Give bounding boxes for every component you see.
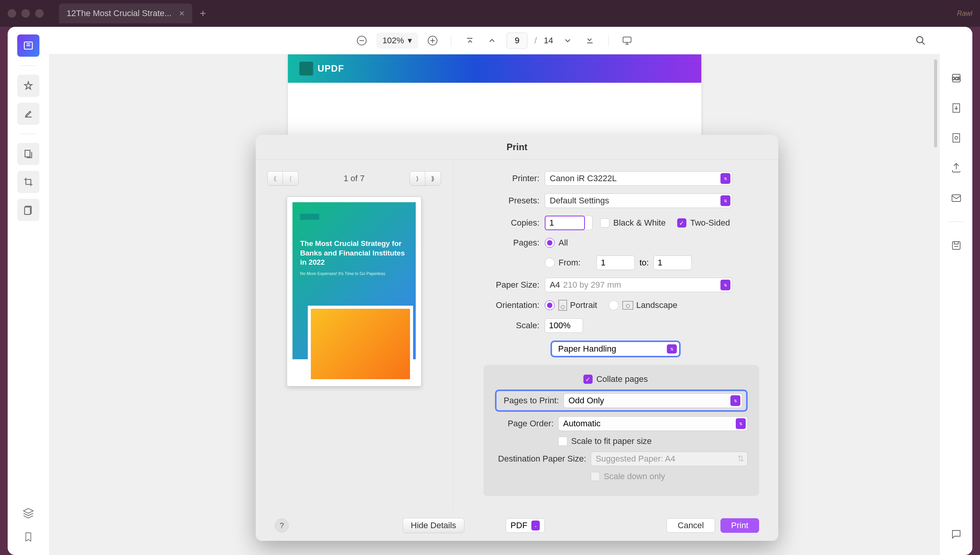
- preview-page: The Most Crucial Strategy for Banks and …: [287, 196, 421, 386]
- scale-label: Scale:: [472, 321, 545, 331]
- papersize-label: Paper Size:: [472, 280, 545, 290]
- preview-subtitle: No More Expenses! It's Time to Go Paperl…: [300, 271, 408, 276]
- highlighter-icon[interactable]: [17, 75, 39, 97]
- close-window[interactable]: [8, 9, 16, 18]
- left-sidebar: [8, 27, 49, 555]
- landscape-icon: [622, 301, 633, 309]
- to-input[interactable]: [653, 255, 692, 270]
- organize-pages-icon[interactable]: [17, 143, 39, 165]
- pages-from-radio[interactable]: [545, 258, 555, 268]
- from-input[interactable]: [596, 255, 635, 270]
- prev-page-icon[interactable]: [484, 33, 500, 48]
- landscape-radio[interactable]: [609, 300, 619, 310]
- pages-to-print-label: Pages to Print:: [500, 396, 564, 406]
- close-tab-icon[interactable]: ×: [179, 8, 185, 19]
- copies-stepper[interactable]: [585, 216, 593, 230]
- page-tool-icon[interactable]: [17, 199, 39, 221]
- preview-back-buttons: ⟪ ⟨: [267, 171, 299, 186]
- ocr-icon[interactable]: OCR: [947, 69, 965, 87]
- search-icon[interactable]: [913, 33, 928, 48]
- all-label: All: [559, 238, 568, 248]
- save-icon[interactable]: [947, 236, 965, 255]
- preview-title: The Most Crucial Strategy for Banks and …: [300, 239, 408, 267]
- doc-header: UPDF: [288, 54, 701, 83]
- email-icon[interactable]: [947, 188, 965, 207]
- share-icon[interactable]: [947, 159, 965, 177]
- protect-icon[interactable]: [947, 129, 965, 147]
- printer-select[interactable]: Canon iR C3222L ⇅: [545, 171, 732, 186]
- maximize-window[interactable]: [35, 9, 44, 18]
- pdf-dropdown[interactable]: PDF ⌄: [506, 518, 545, 533]
- presets-label: Presets:: [472, 196, 545, 206]
- collate-label: Collate pages: [596, 374, 648, 384]
- pages-all-radio[interactable]: [545, 238, 555, 248]
- scale-input[interactable]: [545, 318, 583, 333]
- page-order-label: Page Order:: [495, 419, 558, 429]
- right-sidebar: OCR: [940, 27, 972, 555]
- scale-fit-checkbox[interactable]: [558, 437, 567, 446]
- svg-rect-6: [623, 37, 631, 42]
- next-page-icon[interactable]: [560, 33, 575, 48]
- doc-brand: UPDF: [318, 63, 344, 74]
- preview-first-icon[interactable]: ⟪: [268, 172, 283, 185]
- last-page-icon[interactable]: [582, 33, 598, 48]
- portrait-radio[interactable]: [545, 300, 555, 310]
- preview-prev-icon[interactable]: ⟨: [283, 172, 298, 185]
- add-tab-icon[interactable]: +: [200, 7, 206, 20]
- tab-title: 12The Most Crucial Strate...: [67, 8, 172, 18]
- help-button[interactable]: ?: [275, 519, 289, 532]
- bw-checkbox[interactable]: [600, 218, 609, 228]
- page-number-input[interactable]: [506, 33, 528, 49]
- vertical-scrollbar[interactable]: [934, 59, 937, 147]
- hide-details-button[interactable]: Hide Details: [403, 518, 464, 533]
- print-settings-panel: Printer: Canon iR C3222L ⇅ Presets: Defa…: [453, 160, 778, 510]
- zoom-out-icon[interactable]: [354, 33, 369, 48]
- separator: [451, 35, 451, 46]
- zoom-dropdown[interactable]: 102% ▾: [376, 33, 418, 49]
- brand-label: Rawl: [957, 10, 972, 18]
- first-page-icon[interactable]: [462, 33, 477, 48]
- svg-point-7: [917, 36, 923, 43]
- to-label: to:: [639, 258, 648, 268]
- preview-last-icon[interactable]: ⟫: [425, 172, 441, 185]
- preview-next-icon[interactable]: ⟩: [410, 172, 425, 185]
- traffic-lights: [8, 9, 44, 18]
- svg-rect-13: [952, 195, 960, 202]
- presets-select[interactable]: Default Settings ⇅: [545, 193, 732, 208]
- papersize-select[interactable]: A4 210 by 297 mm ⇅: [545, 278, 732, 292]
- window-chrome: 12The Most Crucial Strate... × + Rawl: [0, 0, 980, 27]
- page-order-select[interactable]: Automatic ⇅: [558, 416, 748, 431]
- reader-mode-icon[interactable]: [17, 34, 39, 57]
- chevron-down-icon: ▾: [408, 36, 412, 46]
- print-button[interactable]: Print: [720, 518, 759, 533]
- bookmark-icon[interactable]: [23, 532, 33, 544]
- copies-label: Copies:: [472, 218, 545, 228]
- comment-icon[interactable]: [947, 525, 965, 544]
- select-arrows-icon: ⇅: [667, 344, 677, 354]
- cancel-button[interactable]: Cancel: [666, 518, 715, 533]
- select-arrows-icon: ⇅: [737, 454, 744, 464]
- collate-checkbox[interactable]: ✓: [583, 375, 593, 384]
- from-label: From:: [559, 258, 580, 268]
- preview-logo-icon: [300, 214, 319, 220]
- svg-text:OCR: OCR: [952, 77, 960, 81]
- preview-photo: [308, 306, 413, 382]
- zoom-in-icon[interactable]: [425, 33, 440, 48]
- portrait-label: Portrait: [570, 300, 597, 310]
- presentation-icon[interactable]: [619, 33, 635, 48]
- print-dialog: Print ⟪ ⟨ 1 of 7 ⟩ ⟫ Th: [256, 135, 778, 541]
- layers-icon[interactable]: [23, 508, 34, 521]
- select-arrows-icon: ⇅: [720, 173, 730, 184]
- document-tab[interactable]: 12The Most Crucial Strate... ×: [59, 3, 192, 23]
- crop-icon[interactable]: [17, 171, 39, 193]
- copies-input[interactable]: [545, 216, 585, 230]
- landscape-label: Landscape: [636, 300, 678, 310]
- page-separator: /: [534, 36, 537, 46]
- scale-down-checkbox: [591, 472, 600, 481]
- twosided-checkbox[interactable]: ✓: [677, 218, 686, 228]
- minimize-window[interactable]: [21, 9, 30, 18]
- edit-text-icon[interactable]: [17, 103, 39, 125]
- convert-icon[interactable]: [947, 99, 965, 117]
- print-panel-select[interactable]: Paper Handling ⇅: [550, 341, 681, 357]
- pages-to-print-select[interactable]: Odd Only ⇅: [564, 393, 742, 408]
